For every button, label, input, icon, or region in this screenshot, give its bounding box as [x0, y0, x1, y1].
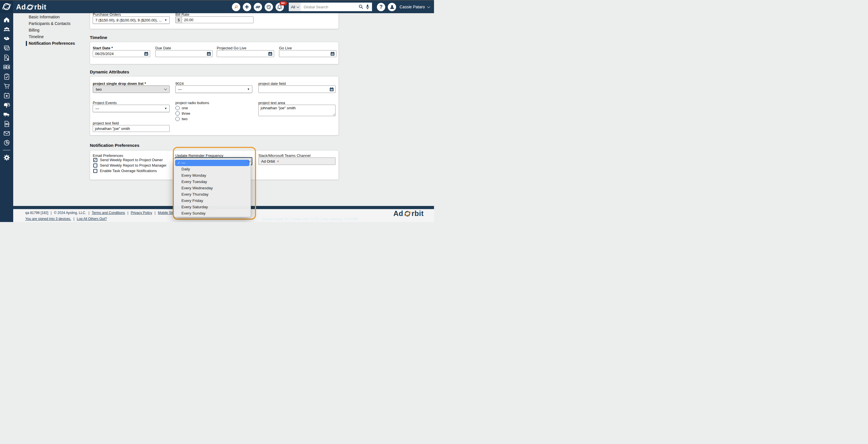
rail-logo[interactable]: [0, 0, 13, 13]
subnav-item-billing[interactable]: Billing: [29, 27, 89, 34]
purchase-orders-select[interactable]: 7 ($150.00), 8 ($100.00), 9 ($200.00), .…: [93, 16, 169, 24]
brand-text-ad: Ad: [16, 3, 26, 11]
brand-logo[interactable]: Ad rbit: [16, 3, 46, 11]
go-live-input[interactable]: [279, 50, 336, 57]
calendar-icon[interactable]: [330, 87, 334, 93]
notifications-button[interactable]: 99+: [276, 3, 284, 11]
frequency-option-daily[interactable]: Daily: [175, 166, 249, 172]
celebration-button[interactable]: [232, 3, 240, 11]
history-clock-icon: [267, 5, 271, 9]
links-button[interactable]: [254, 3, 262, 11]
rail-item-email[interactable]: [3, 130, 10, 137]
subnav-item-participants-contacts[interactable]: Participants & Contacts: [29, 20, 89, 27]
calendar-star-icon: [4, 92, 10, 99]
rail-item-partners[interactable]: [3, 36, 10, 42]
frequency-option-none[interactable]: ✓ —: [175, 160, 249, 166]
projected-go-live-input[interactable]: [217, 50, 274, 57]
checkbox-weekly-report-owner[interactable]: ✓ Send Weekly Report to Project Owner: [93, 158, 163, 162]
project-text-area-label: project text area: [258, 101, 285, 105]
project-date-input[interactable]: [258, 86, 336, 93]
calendar-icon[interactable]: [330, 52, 335, 57]
rail-item-media[interactable]: [3, 45, 10, 52]
radio-option-two[interactable]: two: [175, 117, 187, 121]
subnav-item-notification-preferences[interactable]: Notification Preferences: [29, 40, 89, 47]
project-text-field-label: project text field: [93, 121, 119, 125]
bill-rate-input[interactable]: [182, 16, 253, 23]
checkbox-unchecked-icon[interactable]: [93, 164, 97, 168]
rail-item-mailbox[interactable]: [3, 102, 10, 108]
signed-in-devices-link[interactable]: You are signed into 3 devices.: [25, 217, 71, 221]
project-text-input[interactable]: [93, 125, 169, 132]
rail-item-orders[interactable]: [3, 83, 10, 89]
help-button[interactable]: ?: [377, 3, 385, 11]
radio-icon[interactable]: [175, 106, 180, 110]
project-events-select[interactable]: — ▼: [93, 105, 169, 112]
frequency-option-every-friday[interactable]: Every Friday: [175, 198, 249, 204]
checkbox-task-overage[interactable]: Enable Task Overage Notifications: [93, 169, 157, 173]
due-date-input[interactable]: [155, 50, 213, 57]
frequency-option-every-thursday[interactable]: Every Thursday: [175, 191, 249, 198]
checkbox-unchecked-icon[interactable]: [93, 169, 97, 173]
project-text-area-input[interactable]: johnathan "joe" smith: [258, 105, 336, 116]
mailbox-icon: [3, 102, 10, 108]
svg-text:W2: W2: [5, 123, 9, 126]
frequency-option-every-sunday[interactable]: Every Sunday: [175, 210, 249, 216]
rail-item-events[interactable]: [3, 92, 10, 99]
rail-item-home[interactable]: [3, 16, 10, 23]
project-events-label: Project Events: [93, 101, 117, 105]
bill-rate-field: $: [175, 16, 253, 23]
checkbox-checked-icon[interactable]: ✓: [93, 158, 97, 162]
frequency-option-every-tuesday[interactable]: Every Tuesday: [175, 179, 249, 185]
frequency-option-every-wednesday[interactable]: Every Wednesday: [175, 185, 249, 191]
rail-item-settings[interactable]: [3, 154, 10, 161]
radio-option-one[interactable]: one: [175, 106, 188, 110]
rail-item-tax-forms[interactable]: W2: [3, 121, 10, 127]
quick-add-button[interactable]: [243, 3, 251, 11]
copyright: © 2024 Aysling, LLC.: [54, 211, 86, 215]
subnav-item-timeline[interactable]: Timeline: [29, 34, 89, 40]
radio-buttons-label: project radio buttons: [175, 101, 209, 105]
left-icon-rail: $ A $: [0, 0, 13, 222]
log-others-out-link[interactable]: Log All Others Out?: [76, 217, 107, 221]
mobile-site-link[interactable]: Mobile Site: [158, 211, 175, 215]
calendar-icon[interactable]: [144, 52, 148, 57]
due-date-field: [155, 50, 213, 57]
radio-icon[interactable]: [175, 111, 180, 115]
checkbox-weekly-report-manager[interactable]: Send Weekly Report to Project Manager: [93, 163, 166, 168]
single-dropdown-select[interactable]: two: [93, 86, 169, 93]
pie-chart-icon: [3, 140, 10, 146]
rail-item-delivery[interactable]: [3, 111, 10, 117]
calendar-icon[interactable]: [268, 52, 272, 57]
user-menu[interactable]: Cassie Pataro: [400, 5, 429, 9]
microphone-icon[interactable]: [365, 4, 370, 9]
truck-icon: [3, 111, 10, 117]
start-date-input[interactable]: [93, 50, 150, 57]
attr-9024-select[interactable]: — ▼: [175, 86, 252, 93]
rail-item-accounting[interactable]: A $: [3, 64, 10, 70]
calendar-icon[interactable]: [207, 52, 211, 57]
radio-icon[interactable]: [175, 117, 180, 121]
project-date-field-label: project date field: [258, 81, 286, 86]
radio-option-three[interactable]: three: [175, 111, 190, 115]
rail-item-tasks[interactable]: [3, 73, 10, 80]
history-button[interactable]: [265, 3, 273, 11]
slack-teams-channel-field[interactable]: Ad Orbit ×: [258, 158, 336, 165]
email-preferences-label: Email Preferences: [93, 153, 123, 158]
subnav-item-basic-information[interactable]: Basic Information: [29, 14, 89, 20]
privacy-link[interactable]: Privacy Policy: [131, 211, 152, 215]
purchase-orders-value: 7 ($150.00), 8 ($100.00), 9 ($200.00), .…: [95, 18, 163, 22]
frequency-option-every-monday[interactable]: Every Monday: [175, 172, 249, 179]
footer-meta-line: qa 81796 [182] | © 2024 Aysling, LLC. | …: [25, 211, 175, 215]
chevron-down-icon: [427, 5, 430, 8]
search-icon[interactable]: [359, 4, 363, 9]
frequency-option-every-saturday[interactable]: Every Saturday: [175, 204, 249, 210]
rail-item-reports[interactable]: [3, 140, 10, 146]
rail-item-contacts[interactable]: [3, 26, 10, 32]
remove-tag-icon[interactable]: ×: [277, 159, 279, 164]
rail-item-invoices[interactable]: $: [3, 55, 10, 61]
terms-link[interactable]: Terms and Conditions: [92, 211, 125, 215]
user-avatar[interactable]: [388, 3, 396, 11]
search-scope-select[interactable]: All: [289, 3, 301, 11]
images-icon: [3, 45, 10, 52]
timeline-card: Start Date * Due Date Projected Go Live …: [90, 42, 339, 64]
